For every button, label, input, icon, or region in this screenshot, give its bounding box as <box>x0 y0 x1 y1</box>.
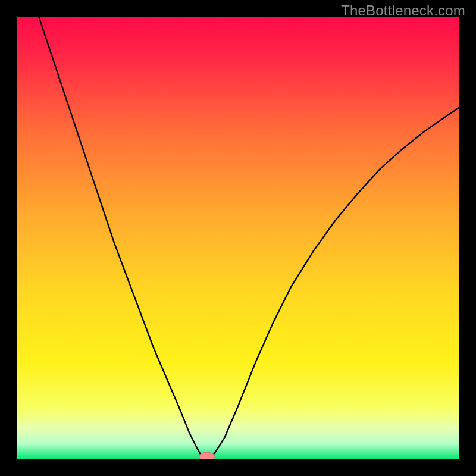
chart-svg <box>17 17 459 459</box>
chart-background <box>17 17 459 459</box>
chart-plot <box>17 17 459 459</box>
chart-frame: TheBottleneck.com <box>0 0 476 476</box>
minimum-marker <box>199 452 215 459</box>
